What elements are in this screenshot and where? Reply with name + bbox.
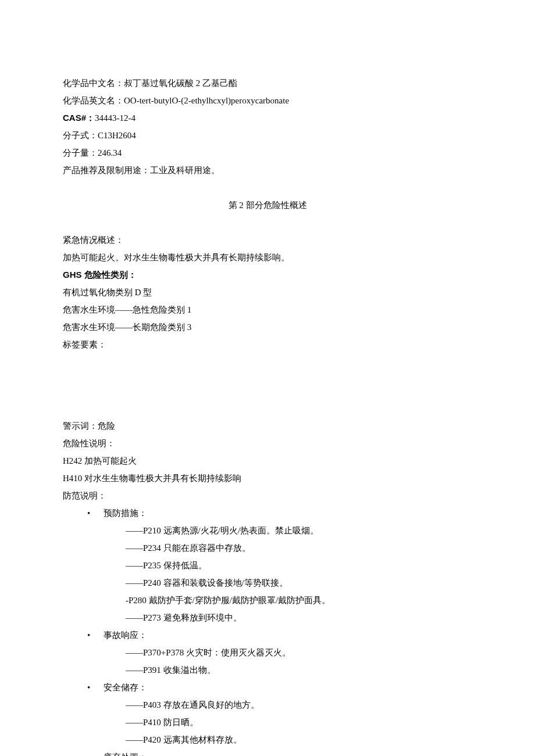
precaution-group-prevention: 预防措施： ——P210 远离热源/火花/明火/热表面。禁止吸烟。 ——P234… — [104, 504, 472, 626]
label: 分子式： — [63, 131, 98, 140]
emergency-overview-text: 加热可能起火。对水生生物毒性极大并具有长期持续影响。 — [63, 249, 472, 266]
precaution-item: -P280 戴防护手套/穿防护服/戴防护眼罩/戴防护面具。 — [126, 592, 472, 609]
precaution-group-list: 预防措施： ——P210 远离热源/火花/明火/热表面。禁止吸烟。 ——P234… — [63, 504, 472, 756]
value: OO-tert-butylO-(2-ethylhcxyl)peroxycarbo… — [124, 96, 289, 105]
molecular-weight: 分子量：246.34 — [63, 144, 472, 162]
precaution-item: ——P391 收集溢出物。 — [126, 661, 472, 679]
precaution-item: ——P370+P378 火灾时：使用灭火器灭火。 — [126, 644, 472, 661]
precaution-item: ——P210 远离热源/火花/明火/热表面。禁止吸烟。 — [126, 522, 472, 539]
group-title: 废弃处置： — [104, 753, 147, 756]
precaution-sublist: ——P403 存放在通风良好的地方。 ——P410 防日晒。 ——P420 远离… — [104, 696, 472, 748]
molecular-formula: 分子式：C13H2604 — [63, 127, 472, 144]
precaution-group-disposal: 废弃处置： ——P501 按当地法规处置内装物/容器。 — [104, 748, 472, 756]
value: C13H2604 — [98, 131, 136, 140]
hazard-statements-label: 危险性说明： — [63, 435, 472, 452]
precaution-sublist: ——P210 远离热源/火花/明火/热表面。禁止吸烟。 ——P234 只能在原容… — [104, 522, 472, 626]
label: 分子量： — [63, 148, 98, 157]
value: 工业及科研用途。 — [150, 166, 220, 175]
label: 化学品中文名： — [63, 78, 124, 88]
value: 34443-12-4 — [95, 113, 135, 123]
value: 叔丁基过氧化碳酸 2 乙基己酯 — [124, 78, 237, 88]
precaution-item: ——P240 容器和装载设备接地/等势联接。 — [126, 574, 472, 592]
chemical-name-en: 化学品英文名：OO-tert-butylO-(2-ethylhcxyl)pero… — [63, 92, 472, 109]
precaution-group-storage: 安全储存： ——P403 存放在通风良好的地方。 ——P410 防日晒。 ——P… — [104, 679, 472, 748]
label: 产品推荐及限制用途： — [63, 166, 150, 175]
recommended-use: 产品推荐及限制用途：工业及科研用途。 — [63, 162, 472, 179]
label: 化学品英文名： — [63, 96, 124, 105]
ghs-item: 危害水生环境——长期危险类别 3 — [63, 318, 472, 336]
emergency-overview-label: 紧急情况概述： — [63, 231, 472, 249]
value: 246.34 — [98, 148, 122, 157]
signal-word: 警示词：危险 — [63, 417, 472, 435]
precaution-item: ——P234 只能在原容器中存放。 — [126, 539, 472, 557]
precaution-item: ——P420 远离其他材料存放。 — [126, 731, 472, 748]
precaution-group-response: 事故响应： ——P370+P378 火灾时：使用灭火器灭火。 ——P391 收集… — [104, 626, 472, 679]
label: 警示词： — [63, 421, 98, 431]
group-title: 预防措施： — [104, 508, 147, 518]
group-title: 安全储存： — [104, 683, 147, 692]
chemical-name-cn: 化学品中文名：叔丁基过氧化碳酸 2 乙基己酯 — [63, 74, 472, 92]
precaution-item: ——P403 存放在通风良好的地方。 — [126, 696, 472, 714]
precaution-item: ——P410 防日晒。 — [126, 714, 472, 731]
ghs-classification-label: GHS 危险性类别： — [63, 266, 472, 284]
precaution-sublist: ——P370+P378 火灾时：使用灭火器灭火。 ——P391 收集溢出物。 — [104, 644, 472, 679]
label-elements: 标签要素： — [63, 336, 472, 353]
hazard-statement: H410 对水生生物毒性极大并具有长期持续影响 — [63, 470, 472, 487]
section-2-header: 第 2 部分危险性概述 — [63, 196, 472, 214]
precaution-item: ——P235 保持低温。 — [126, 557, 472, 574]
group-title: 事故响应： — [104, 630, 147, 640]
cas-number: CAS#：34443-12-4 — [63, 109, 472, 127]
precaution-item: ——P273 避免释放到环境中。 — [126, 609, 472, 626]
ghs-item: 危害水生环境——急性危险类别 1 — [63, 301, 472, 318]
value: 危险 — [98, 421, 115, 431]
ghs-item: 有机过氧化物类别 D 型 — [63, 284, 472, 301]
label: CAS#： — [63, 113, 95, 123]
hazard-statement: H242 加热可能起火 — [63, 452, 472, 470]
precautionary-label: 防范说明： — [63, 487, 472, 504]
